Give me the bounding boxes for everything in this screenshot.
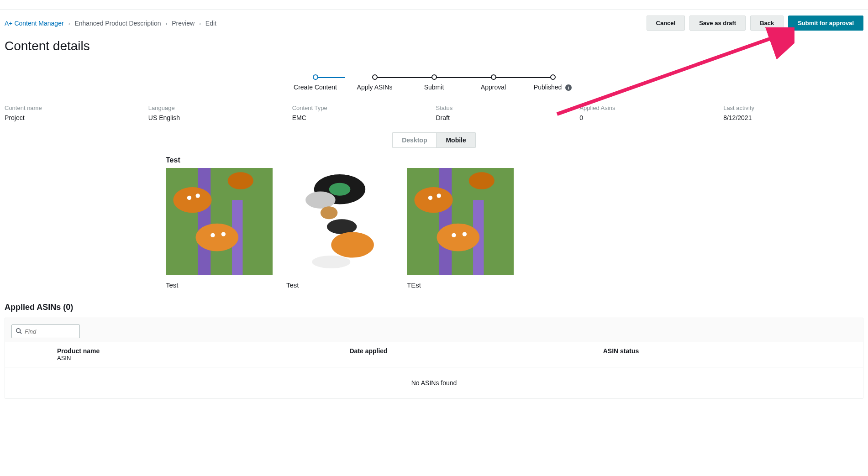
meta-label-language: Language (148, 105, 289, 111)
step-label: Published i (534, 84, 572, 91)
svg-rect-0 (166, 168, 273, 275)
step-label-text: Published (534, 84, 562, 91)
svg-point-4 (196, 224, 239, 251)
asins-empty-state: No ASINs found (5, 367, 863, 398)
step-label: Approval (481, 84, 506, 91)
preview-card: TEst (407, 168, 514, 289)
column-header-sub: ASIN (57, 355, 349, 361)
column-product-name: Product name ASIN (11, 347, 349, 361)
svg-point-28 (16, 329, 21, 333)
step-create-content: Create Content (286, 74, 345, 91)
svg-point-8 (210, 233, 215, 237)
content-meta: Content name Project Language US English… (0, 105, 868, 132)
preview-heading: Test (166, 156, 702, 164)
preview-caption: Test (166, 281, 273, 289)
breadcrumb: A+ Content Manager › Enhanced Product De… (5, 20, 216, 27)
save-draft-button[interactable]: Save as draft (689, 16, 746, 31)
step-dot-icon (313, 74, 318, 80)
step-dot-icon (431, 74, 437, 80)
svg-point-26 (452, 233, 456, 237)
desktop-toggle[interactable]: Desktop (392, 132, 436, 148)
page-title: Content details (0, 31, 868, 56)
svg-line-29 (20, 332, 22, 334)
meta-label-last-activity: Last activity (723, 105, 863, 111)
meta-value-last-activity: 8/12/2021 (723, 114, 863, 121)
breadcrumb-item: Preview (172, 20, 195, 27)
svg-point-22 (437, 224, 480, 251)
content-preview: Test Test (0, 156, 868, 289)
svg-point-23 (469, 173, 494, 189)
svg-point-3 (173, 187, 211, 213)
meta-value-language: US English (148, 114, 289, 121)
step-label: Apply ASINs (357, 84, 393, 91)
column-asin-status: ASIN status (603, 347, 857, 361)
step-label: Create Content (294, 84, 337, 91)
meta-value-content-type: EMC (292, 114, 432, 121)
breadcrumb-root[interactable]: A+ Content Manager (5, 20, 64, 27)
chevron-right-icon: › (199, 21, 201, 27)
top-divider (0, 0, 868, 10)
mobile-toggle[interactable]: Mobile (436, 132, 475, 148)
svg-point-21 (414, 187, 452, 213)
chevron-right-icon: › (68, 21, 70, 27)
butterfly-flowers-image (407, 168, 514, 275)
svg-point-5 (228, 173, 253, 189)
step-dot-icon (550, 74, 556, 80)
breadcrumb-item: Edit (205, 20, 216, 27)
column-header-text: Product name (57, 347, 100, 355)
svg-point-17 (312, 256, 350, 268)
svg-point-14 (321, 207, 337, 220)
preview-card: Test (166, 168, 273, 289)
applied-asins-title: Applied ASINs (0) (0, 289, 868, 318)
svg-point-24 (428, 196, 432, 200)
step-label: Submit (424, 84, 444, 91)
meta-value-content-name: Project (5, 114, 145, 121)
meta-label-status: Status (436, 105, 576, 111)
step-apply-asins: Apply ASINs (345, 74, 405, 91)
preview-caption: Test (286, 281, 393, 289)
search-input[interactable] (25, 328, 76, 335)
step-submit: Submit (405, 74, 464, 91)
action-buttons: Cancel Save as draft Back Submit for app… (647, 16, 863, 31)
step-published: Published i (523, 74, 583, 91)
butterfly-collage-image (286, 168, 393, 275)
submit-for-approval-button[interactable]: Submit for approval (788, 16, 863, 31)
step-dot-icon (372, 74, 378, 80)
svg-rect-1 (198, 168, 210, 275)
search-icon (16, 328, 22, 335)
back-button[interactable]: Back (750, 16, 784, 31)
meta-label-content-type: Content Type (292, 105, 432, 111)
svg-point-9 (221, 232, 226, 236)
svg-rect-19 (439, 168, 452, 275)
svg-point-6 (187, 196, 191, 200)
device-toggle: Desktop Mobile (392, 132, 476, 148)
column-date-applied: Date applied (349, 347, 603, 361)
chevron-right-icon: › (165, 21, 167, 27)
search-input-wrapper[interactable] (11, 324, 80, 338)
svg-point-27 (463, 232, 467, 236)
svg-point-12 (329, 183, 351, 196)
svg-point-16 (331, 232, 374, 258)
cancel-button[interactable]: Cancel (647, 16, 685, 31)
meta-value-applied-asins: 0 (579, 114, 720, 121)
svg-point-25 (437, 194, 441, 198)
svg-rect-18 (407, 168, 514, 275)
meta-label-content-name: Content name (5, 105, 145, 111)
preview-card: Test (286, 168, 393, 289)
info-icon[interactable]: i (565, 84, 572, 91)
svg-point-13 (305, 192, 336, 209)
meta-label-applied-asins: Applied Asins (579, 105, 720, 111)
meta-value-status: Draft (436, 114, 576, 121)
breadcrumb-item: Enhanced Product Description (74, 20, 161, 27)
progress-stepper: Create Content Apply ASINs Submit Approv… (286, 74, 583, 91)
step-dot-icon (491, 74, 496, 80)
applied-asins-panel: Product name ASIN Date applied ASIN stat… (5, 318, 863, 399)
svg-point-7 (196, 194, 200, 198)
preview-caption: TEst (407, 281, 514, 289)
asins-table: Product name ASIN Date applied ASIN stat… (5, 342, 863, 398)
svg-point-15 (327, 220, 357, 235)
step-approval: Approval (464, 74, 523, 91)
butterfly-flowers-image (166, 168, 273, 275)
